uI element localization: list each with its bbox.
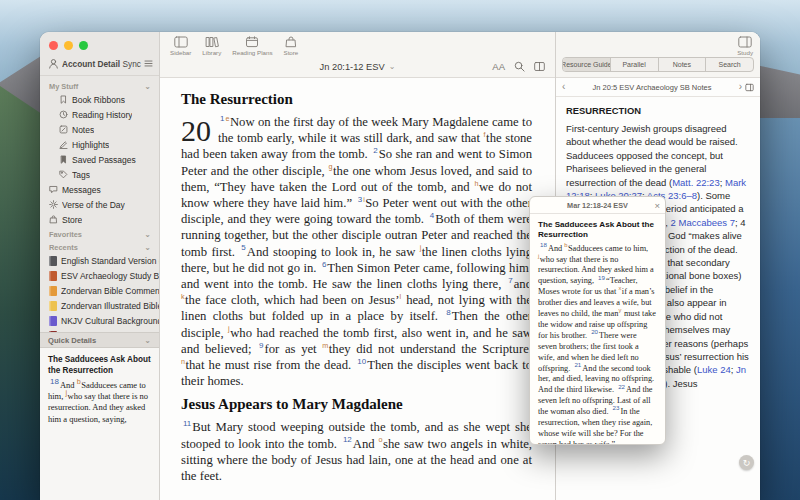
toggle-sidebar-button[interactable]: Sidebar (170, 36, 191, 56)
reading-plans-button[interactable]: Reading Plans (232, 36, 272, 56)
tag-icon (59, 170, 68, 179)
close-popup-button[interactable]: × (654, 197, 660, 214)
open-in-pane-icon[interactable] (745, 83, 754, 92)
sidebar-item-highlights[interactable]: Highlights (40, 137, 159, 152)
footnote-marker[interactable]: g (329, 162, 333, 171)
previous-note-button[interactable]: ‹ (562, 82, 565, 92)
popup-passage-heading: The Sadducees Ask About the Resurrection (538, 220, 657, 241)
verse-number: 2 (373, 146, 377, 155)
library-button[interactable]: Library (202, 36, 221, 56)
verse-number: 21 (574, 361, 581, 368)
popup-title: Mar 12:18-24 ESV (530, 201, 665, 210)
zoom-window-button[interactable] (79, 41, 88, 50)
close-window-button[interactable] (49, 41, 58, 50)
chat-bubble-icon (49, 185, 58, 194)
footnote-marker[interactable]: j (538, 253, 539, 259)
footnote-marker[interactable]: b (564, 242, 567, 248)
sidebar-item-reading-history[interactable]: Reading History (40, 107, 159, 122)
verse-number: 12 (343, 435, 352, 444)
footnote-marker[interactable]: m (322, 341, 328, 350)
footnote-marker[interactable]: j (228, 324, 230, 333)
sun-icon (49, 200, 58, 209)
footnote-marker[interactable]: o (379, 435, 383, 444)
footnote-marker[interactable]: f (484, 130, 486, 139)
scripture-link[interactable]: Matt. 22:23 (672, 177, 720, 188)
sidebar-item-book-ribbons[interactable]: Book Ribbons (40, 92, 159, 107)
tab-notes[interactable]: Notes (659, 58, 707, 71)
bible-paragraph: 11But Mary stood weeping outside the tom… (181, 419, 532, 484)
recent-book-esv-archaeology[interactable]: ESV Archaeology Study Bible (40, 268, 159, 283)
footnote-marker[interactable]: h (474, 179, 478, 188)
shopping-bag-icon (49, 215, 58, 224)
sync-button[interactable]: Sync (123, 59, 141, 69)
bookmark-icon (59, 95, 68, 104)
menu-icon[interactable] (144, 60, 153, 67)
verse-number: 10 (357, 357, 366, 366)
verse-number: 18 (50, 377, 59, 386)
tab-search[interactable]: Search (706, 58, 753, 71)
verse-number: 3 (358, 195, 362, 204)
next-note-button[interactable]: › (739, 82, 742, 92)
footnote-marker[interactable]: x (618, 285, 621, 291)
verse-number: 6 (322, 260, 326, 269)
recent-book-zondervan-commentary[interactable]: Zondervan Bible Commentary... (40, 283, 159, 298)
note-navigation-bar: ‹ Jn 20:5 ESV Archaeology SB Notes › (556, 78, 760, 96)
library-icon (205, 36, 219, 48)
account-details-label: Account Details (62, 59, 120, 69)
footnote-marker[interactable]: k (181, 292, 185, 301)
sidebar-list: My Stuff ⌄ Book Ribbons Reading History … (40, 76, 159, 332)
text-size-button[interactable]: AA (492, 61, 505, 72)
footnote-marker[interactable]: j (65, 388, 67, 397)
sync-scroll-button[interactable]: ↻ (739, 455, 754, 470)
study-button[interactable]: Study (737, 36, 753, 56)
bible-paragraph: 20 1eNow on the first day of the week Ma… (181, 114, 532, 389)
chapter-number: 20 (181, 115, 211, 146)
chevron-down-icon: ⌄ (144, 82, 151, 91)
note-icon (59, 125, 68, 134)
study-tabs: Resource Guide Parallel Notes Search (562, 57, 754, 72)
sidebar-item-messages[interactable]: Messages (40, 182, 159, 197)
sidebar-item-saved-passages[interactable]: Saved Passages (40, 152, 159, 167)
recent-book-nkjv-cultural[interactable]: NKJV Cultural Backgrounds S... (40, 313, 159, 328)
note-heading: RESURRECTION (566, 105, 750, 116)
footnote-marker[interactable]: b (77, 377, 81, 386)
tab-parallel[interactable]: Parallel (611, 58, 659, 71)
section-heading-mary-magdalene: Jesus Appears to Mary Magdalene (181, 395, 532, 414)
scripture-link[interactable]: 2 Maccabees 7 (671, 217, 735, 228)
footnote-marker[interactable]: n (181, 357, 185, 366)
footnote-marker[interactable]: l (399, 292, 401, 301)
sidebar-item-tags[interactable]: Tags (40, 167, 159, 182)
quick-details-header[interactable]: Quick Details ⌄ (40, 332, 159, 348)
footnote-marker[interactable]: e (225, 114, 229, 123)
verse-number: 19 (598, 274, 605, 281)
sidebar-icon (174, 36, 188, 48)
footnote-marker[interactable]: y (618, 307, 621, 313)
recent-book-zondervan-illustrated[interactable]: Zondervan Illustrated Bible B... (40, 298, 159, 313)
verse-number: 8 (446, 308, 450, 317)
sidebar-item-verse-of-the-day[interactable]: Verse of the Day (40, 197, 159, 212)
footnote-marker[interactable]: j (420, 243, 422, 252)
verse-number: 4 (430, 211, 434, 220)
section-favorites[interactable]: Favorites ⌄ (40, 227, 159, 240)
scripture-link[interactable]: Luke 24 (697, 364, 731, 375)
section-my-stuff[interactable]: My Stuff ⌄ (40, 79, 159, 92)
verse-number: 7 (508, 276, 512, 285)
desktop-wallpaper: Account Details Sync My Stuff ⌄ Book Rib… (0, 0, 800, 500)
section-recents[interactable]: Recents ⌄ (40, 240, 159, 253)
book-cover-icon (49, 271, 57, 281)
study-panel-toolbar: Study Resource Guide Parallel Notes Sear… (556, 32, 760, 78)
sidebar-item-store[interactable]: Store (40, 212, 159, 227)
recent-book-esv[interactable]: English Standard Version (ESV) (40, 253, 159, 268)
minimize-window-button[interactable] (64, 41, 73, 50)
sidebar-item-notes[interactable]: Notes (40, 122, 159, 137)
book-cover-icon (49, 286, 57, 296)
footnote-marker[interactable]: i (363, 195, 365, 204)
tab-resource-guide[interactable]: Resource Guide (563, 58, 611, 71)
passage-selector[interactable]: Jn 20:1-12 ESV ⌄ (320, 62, 396, 72)
search-icon[interactable] (514, 61, 525, 72)
verse-number: 9 (259, 341, 263, 350)
sidebar: Account Details Sync My Stuff ⌄ Book Rib… (40, 32, 160, 500)
store-button[interactable]: Store (284, 36, 299, 56)
account-row[interactable]: Account Details Sync (40, 50, 159, 76)
split-view-icon[interactable] (534, 61, 545, 72)
